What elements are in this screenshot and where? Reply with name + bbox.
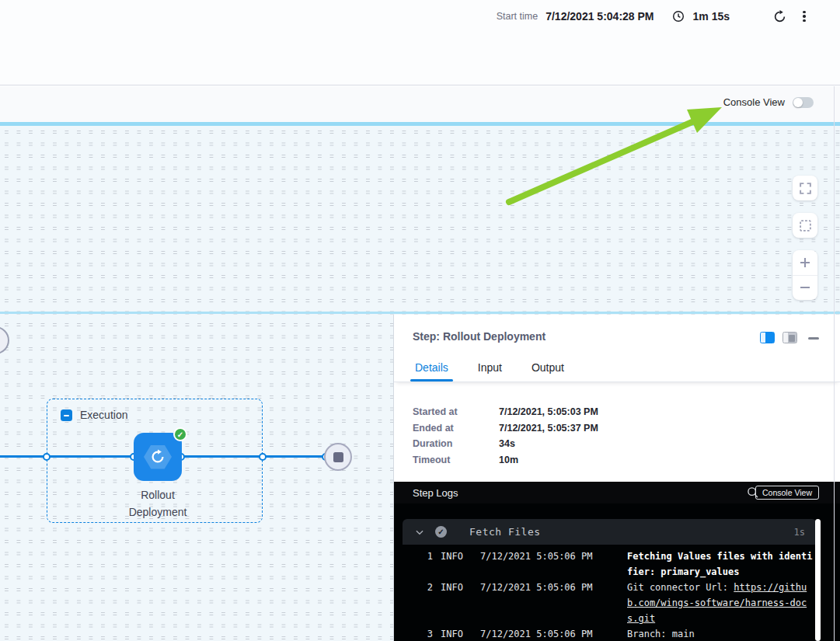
pipeline-end-node (324, 443, 352, 471)
rollout-deployment-node[interactable]: ✓ (134, 433, 182, 481)
log-timestamp: 7/12/2021 5:05:06 PM (480, 626, 601, 641)
log-section-duration: 1s (794, 527, 805, 538)
fullscreen-button[interactable] (793, 176, 817, 200)
node-label-line1: Rollout (96, 486, 220, 503)
log-level: INFO (441, 580, 469, 626)
start-time-label: Start time (497, 11, 539, 22)
detail-value: 7/12/2021, 5:05:37 PM (499, 423, 598, 434)
layout-panel-right-button[interactable] (782, 332, 797, 343)
log-level: INFO (441, 626, 469, 641)
console-view-label: Console View (723, 96, 785, 108)
duration-value: 1m 15s (693, 10, 730, 23)
plus-icon (799, 256, 811, 269)
fullscreen-icon (799, 182, 812, 195)
log-section-header[interactable]: ✓ Fetch Files 1s (403, 519, 817, 545)
more-options-kebab-button[interactable] (795, 7, 814, 26)
minus-icon (64, 415, 69, 416)
port-group-out (259, 453, 267, 461)
console-view-toggle[interactable] (793, 97, 814, 108)
log-message: Git connector Url: https://github.com/wi… (627, 580, 817, 626)
section-success-icon: ✓ (435, 526, 447, 538)
tab-details[interactable]: Details (413, 354, 450, 381)
step-logs-bar: Step Logs Console View (394, 482, 840, 503)
node-label: Rollout Deployment (96, 486, 220, 521)
log-timestamp: 7/12/2021 5:05:06 PM (480, 580, 601, 626)
log-entries: 1INFO7/12/2021 5:05:06 PMFetching Values… (403, 545, 817, 641)
log-row: 2INFO7/12/2021 5:05:06 PMGit connector U… (403, 580, 817, 626)
log-message: Fetching Values files with identifier: p… (627, 549, 817, 580)
detail-value: 7/12/2021, 5:05:03 PM (499, 406, 598, 417)
divider-blue-middle (0, 312, 840, 314)
fit-selection-button[interactable] (793, 213, 817, 238)
zoom-in-button[interactable] (793, 250, 817, 276)
detail-value: 34s (499, 438, 515, 449)
execution-meta-row: Start time 7/12/2021 5:04:28 PM 1m 15s (497, 6, 814, 26)
detail-label: Ended at (413, 423, 499, 434)
detail-label: Duration (413, 438, 499, 449)
chevron-down-icon (414, 527, 425, 538)
log-console-view-button[interactable]: Console View (755, 486, 819, 500)
panel-title: Step: Rollout Deployment (413, 330, 545, 343)
execution-group-label: Execution (80, 409, 127, 421)
log-row: 1INFO7/12/2021 5:05:06 PMFetching Values… (403, 549, 817, 580)
detail-row: Duration34s (413, 436, 840, 452)
canvas-toolbar: Console View (0, 86, 840, 122)
console-view-toggle-row: Console View (723, 96, 814, 108)
start-time-value: 7/12/2021 5:04:28 PM (545, 10, 654, 23)
step-logs-title: Step Logs (413, 487, 458, 499)
node-label-line2: Deployment (96, 503, 220, 521)
log-line-number: 2 (403, 580, 433, 626)
rollout-refresh-icon (149, 448, 166, 465)
stop-square-icon (333, 452, 343, 462)
log-row: 3INFO7/12/2021 5:05:06 PMBranch: main (403, 626, 817, 641)
zoom-controls (793, 250, 817, 300)
panel-header: Step: Rollout Deployment (394, 315, 840, 354)
log-line-number: 1 (403, 549, 433, 580)
clock-icon (671, 9, 685, 23)
log-message: Branch: main (627, 626, 817, 641)
step-logs-console: ✓ Fetch Files 1s 1INFO7/12/2021 5:05:06 … (394, 503, 840, 641)
log-section-name: Fetch Files (469, 526, 541, 538)
success-check-badge: ✓ (173, 427, 187, 441)
tab-output[interactable]: Output (530, 354, 566, 381)
log-scrollbar-thumb[interactable] (815, 519, 821, 641)
zoom-out-button[interactable] (793, 276, 817, 301)
port-group-in (43, 453, 51, 461)
detail-row: Started at7/12/2021, 5:05:03 PM (413, 404, 840, 420)
log-level: INFO (441, 549, 469, 580)
marquee-icon (799, 219, 812, 232)
pipeline-execution-page: Start time 7/12/2021 5:04:28 PM 1m 15s C… (0, 0, 840, 641)
tab-input[interactable]: Input (476, 354, 504, 381)
panel-right-icon (789, 335, 795, 342)
right-edge-border (834, 86, 835, 641)
kebab-icon (803, 11, 805, 23)
detail-label: Timeout (413, 455, 499, 465)
collapse-execution-button[interactable] (61, 409, 72, 421)
log-timestamp: 7/12/2021 5:05:06 PM (480, 549, 601, 580)
detail-value: 10m (499, 455, 518, 465)
previous-node-partial (0, 326, 9, 354)
toggle-knob (793, 98, 803, 107)
detail-label: Started at (413, 406, 499, 417)
refresh-button[interactable] (770, 7, 789, 26)
panel-tabs: DetailsInputOutput (394, 354, 840, 382)
detail-row: Ended at7/12/2021, 5:05:37 PM (413, 420, 840, 437)
step-details-panel: Step: Rollout Deployment DetailsInputOut… (393, 315, 840, 641)
rollout-hexagon (144, 445, 172, 469)
minus-icon (799, 281, 811, 294)
layout-split-right-button[interactable] (760, 332, 775, 343)
minimize-panel-button[interactable] (808, 337, 819, 340)
step-details-list: Started at7/12/2021, 5:05:03 PMEnded at7… (394, 382, 840, 482)
top-bar: Start time 7/12/2021 5:04:28 PM 1m 15s (0, 0, 840, 85)
log-line-number: 3 (403, 626, 433, 641)
detail-row: Timeout10m (413, 452, 840, 469)
